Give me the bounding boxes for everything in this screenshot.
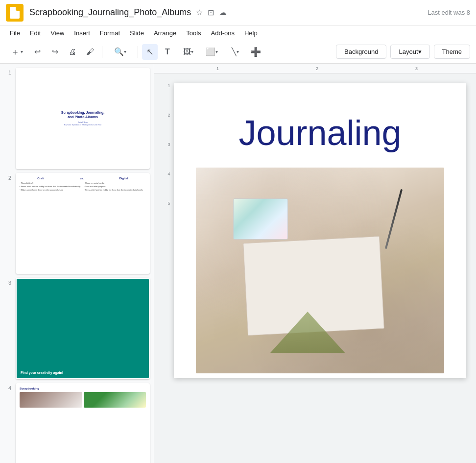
background-button[interactable]: Background <box>336 45 386 59</box>
editor-area: 1 2 3 1 2 3 4 5 Journaling <box>154 64 476 463</box>
layout-button[interactable]: Layout▾ <box>390 45 429 59</box>
print-btn[interactable]: 🖨 <box>65 44 80 60</box>
menu-help[interactable]: Help <box>240 28 262 38</box>
title-bar: Scrapbooking_Journaling_Photo_Albums ☆ ⊡… <box>0 0 476 25</box>
line-btn[interactable]: ╲▾ <box>224 44 246 60</box>
ruler-v-2: 2 <box>167 113 170 142</box>
slide-3-text: Find your creativity again! <box>21 371 63 374</box>
slide-1-content: Scrapbooking, Journaling,and Photo Album… <box>17 69 149 168</box>
menu-edit[interactable]: Edit <box>26 28 45 38</box>
ruler-v-4: 4 <box>167 171 170 201</box>
canvas-wrap: 1 2 3 4 5 Journaling <box>154 73 476 463</box>
divider-1 <box>102 46 102 58</box>
ruler-v-1: 1 <box>167 83 170 113</box>
main-slide-title[interactable]: Journaling <box>174 83 466 163</box>
divider-2 <box>138 46 138 58</box>
main-layout: 1 Scrapbooking, Journaling,and Photo Alb… <box>0 64 476 463</box>
title-icons: ☆ ⊡ ☁ <box>196 8 227 17</box>
toolbar: ＋▾ ↩ ↪ 🖨 🖌 🔍▾ ↖ T 🖼▾ ⬜▾ ╲▾ ➕ Background … <box>0 40 476 64</box>
slide-number-3: 3 <box>4 278 16 286</box>
app-icon <box>6 4 24 22</box>
cursor-btn[interactable]: ↖ <box>142 44 158 60</box>
menu-addons[interactable]: Add-ons <box>207 28 238 38</box>
slide-item-4[interactable]: 4 Scrapbooking <box>4 383 150 463</box>
ruler-vertical: 1 2 3 4 5 <box>164 83 174 230</box>
folder-icon[interactable]: ⊡ <box>208 8 214 17</box>
slide-2-body: • Thoughtful gift • Stress relief and fu… <box>20 182 146 192</box>
slide-number-1: 1 <box>4 68 16 75</box>
slide-3-content: Find your creativity again! <box>17 279 149 378</box>
slide-4-image-2 <box>84 392 146 408</box>
ruler-marks: 1 2 3 <box>158 66 476 71</box>
slide-thumbnail-1[interactable]: Scrapbooking, Journaling,and Photo Album… <box>16 68 150 169</box>
ruler-mark-2: 2 <box>316 66 318 71</box>
theme-button[interactable]: Theme <box>434 45 470 59</box>
slide-1-subtitle: Julia FilloryKeynote Speaker of Shelbyfi… <box>64 121 101 126</box>
menu-format[interactable]: Format <box>96 28 124 38</box>
slide-item-1[interactable]: 1 Scrapbooking, Journaling,and Photo Alb… <box>4 68 150 169</box>
undo-btn[interactable]: ↩ <box>29 44 45 60</box>
ruler-mark-1: 1 <box>216 66 219 71</box>
slide-2-content: Craftvs.Digital • Thoughtful gift • Stre… <box>17 174 149 273</box>
main-slide-canvas[interactable]: Journaling <box>174 83 466 378</box>
image-btn[interactable]: 🖼▾ <box>177 44 199 60</box>
last-edit-text: Last edit was 8 <box>428 9 470 16</box>
menu-bar: File Edit View Insert Format Slide Arran… <box>0 25 476 40</box>
redo-btn[interactable]: ↪ <box>47 44 63 60</box>
ruler-v-5: 5 <box>167 201 170 230</box>
slide-4-title: Scrapbooking <box>20 387 146 390</box>
document-title[interactable]: Scrapbooking_Journaling_Photo_Albums <box>29 7 191 18</box>
slide-item-3[interactable]: 3 Find your creativity again! <box>4 278 150 379</box>
star-icon[interactable]: ☆ <box>196 8 203 17</box>
slide-item-2[interactable]: 2 Craftvs.Digital • Thoughtful gift • St… <box>4 173 150 274</box>
ruler-mark-3: 3 <box>415 66 418 71</box>
slide-thumbnail-4[interactable]: Scrapbooking <box>16 383 150 463</box>
slide-number-2: 2 <box>4 173 16 181</box>
ruler-v-3: 3 <box>167 142 170 171</box>
main-slide-image <box>196 168 444 373</box>
slide-thumbnail-2[interactable]: Craftvs.Digital • Thoughtful gift • Stre… <box>16 173 150 274</box>
text-btn[interactable]: T <box>160 44 175 60</box>
slide-panel: 1 Scrapbooking, Journaling,and Photo Alb… <box>0 64 154 463</box>
slide-4-content: Scrapbooking <box>17 384 149 463</box>
zoom-btn[interactable]: 🔍▾ <box>106 44 134 60</box>
slide-4-images <box>20 392 146 408</box>
paint-format-btn[interactable]: 🖌 <box>82 44 98 60</box>
menu-slide[interactable]: Slide <box>126 28 148 38</box>
slide-4-image-1 <box>20 392 82 408</box>
toolbar-right: Background Layout▾ Theme <box>336 45 470 59</box>
menu-file[interactable]: File <box>6 28 24 38</box>
new-btn[interactable]: ＋▾ <box>6 44 27 60</box>
slide-2-header: Craftvs.Digital <box>20 177 146 180</box>
menu-tools[interactable]: Tools <box>182 28 205 38</box>
slide-1-title: Scrapbooking, Journaling,and Photo Album… <box>61 110 104 119</box>
slide-number-4: 4 <box>4 383 16 391</box>
menu-insert[interactable]: Insert <box>70 28 94 38</box>
comment-btn[interactable]: ➕ <box>248 44 263 60</box>
cloud-icon[interactable]: ☁ <box>219 8 227 17</box>
ruler-horizontal: 1 2 3 <box>154 64 476 73</box>
watercolor-element <box>233 198 288 240</box>
menu-view[interactable]: View <box>47 28 68 38</box>
slide-thumbnail-3[interactable]: Find your creativity again! <box>16 278 150 379</box>
menu-arrange[interactable]: Arrange <box>150 28 180 38</box>
shape-btn[interactable]: ⬜▾ <box>201 44 222 60</box>
